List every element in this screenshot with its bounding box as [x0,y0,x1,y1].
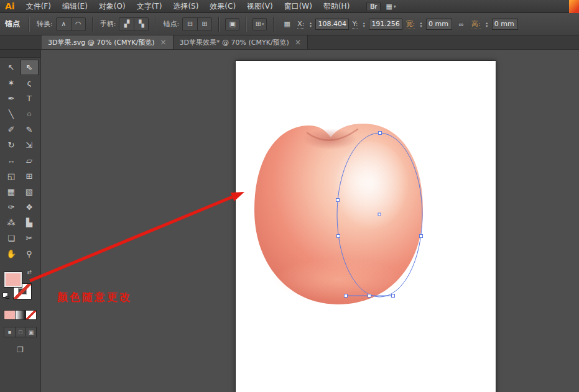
draw-inside-button[interactable]: ▣ [25,327,36,337]
pencil-tool[interactable]: ✎ [21,122,39,137]
remove-anchor-button[interactable]: ⊟ [183,18,197,30]
link-icon: ∞ [459,21,464,28]
anchor-point[interactable] [336,199,340,202]
separator [92,17,93,32]
bridge-button[interactable]: Br [366,2,381,11]
default-fill-stroke-icon[interactable] [2,293,8,298]
height-label: 高: [471,19,481,29]
artboard-tool[interactable]: ❏ [2,230,21,246]
pen-tool[interactable]: ✒ [2,91,21,106]
scale-tool[interactable]: ⇲ [21,137,39,153]
eyedropper-tool[interactable]: ✑ [2,199,21,215]
width-tool[interactable]: ↔ [2,153,21,168]
magic-wand-tool[interactable]: ✶ [2,75,21,91]
canvas[interactable] [41,50,579,392]
zoom-tool[interactable]: ⚲ [21,246,39,262]
convert-to-smooth-button[interactable]: ◠ [71,18,85,30]
adobe-app-icon[interactable] [569,0,579,13]
draw-behind-button[interactable]: □ [15,327,25,337]
column-graph-tool[interactable]: ▙ [21,215,39,230]
anchor-point[interactable] [379,132,382,135]
apple-artwork[interactable] [254,124,423,304]
tool-icon: T [27,94,32,103]
smooth-point-icon: ◠ [75,20,81,28]
menu-window[interactable]: 窗口(W) [279,0,318,12]
chevron-down-icon: ▾ [394,4,396,9]
fill-color-swatch[interactable] [4,271,22,288]
anchor-point[interactable] [368,294,371,298]
menu-file[interactable]: 文件(F) [21,0,57,12]
tool-panel-header[interactable] [0,50,40,58]
x-label: X: [297,20,304,29]
add-anchor-button[interactable]: ⊞ [197,18,211,30]
artboard[interactable] [236,61,496,392]
color-button[interactable] [4,311,15,319]
anchor-point[interactable] [337,235,340,238]
menu-help[interactable]: 帮助(H) [318,0,355,12]
swap-fill-stroke-icon[interactable]: ⇄ [27,269,32,275]
width-input[interactable] [426,19,452,30]
none-button[interactable] [25,311,36,319]
document-tab-2[interactable]: 3D苹果效果* @ 70% (CMYK/预览) × [174,35,308,49]
arrange-documents-button[interactable]: ▦ ▾ [386,2,396,11]
height-input[interactable] [492,19,518,30]
anchor-point[interactable] [345,294,348,298]
selection-tool[interactable]: ↖ [2,60,21,75]
menu-effect[interactable]: 效果(C) [204,0,241,12]
width-stepper[interactable]: ▴▾ [418,21,424,27]
align-options-button[interactable]: ⊞ ▾ [252,18,267,30]
hand-tool[interactable]: ✋ [2,246,21,262]
tab-close-icon[interactable]: × [295,38,301,47]
x-stepper[interactable]: ▴▾ [307,21,313,27]
y-input[interactable] [369,19,402,30]
convert-to-corner-button[interactable]: ∧ [57,18,71,30]
slice-tool[interactable]: ✂ [21,230,39,246]
lasso-tool[interactable]: ς [21,75,39,91]
direct-selection-tool[interactable]: ⇖ [21,60,39,75]
tool-icon: ↻ [8,140,15,150]
menu-select[interactable]: 选择(S) [167,0,204,12]
tool-icon: ✂ [26,234,33,243]
menu-view[interactable]: 视图(V) [241,0,279,12]
separator [155,17,155,32]
perspective-grid-tool[interactable]: ⊞ [21,168,39,184]
add-anchor-icon: ⊞ [202,20,208,28]
drawing-mode-row: ■ □ ▣ [4,327,37,337]
height-stepper[interactable]: ▴▾ [484,21,490,27]
menu-object[interactable]: 对象(O) [93,0,131,12]
shape-builder-tool[interactable]: ◱ [2,168,21,184]
draw-normal-button[interactable]: ■ [4,327,15,337]
symbol-sprayer-tool[interactable]: ⁂ [2,215,21,230]
blend-tool[interactable]: ❖ [21,199,39,215]
document-tab-1[interactable]: 3D苹果.svg @ 70% (CMYK/预览) × [42,35,174,49]
center-point-marker [378,213,381,216]
menu-edit[interactable]: 编辑(E) [57,0,93,12]
x-input[interactable] [315,19,349,30]
tool-icon: ○ [27,109,32,119]
ellipse-tool[interactable]: ○ [21,106,39,122]
tool-icon: ▱ [26,156,32,165]
constrain-proportions-button[interactable]: ∞ [454,18,468,30]
isolate-object-button[interactable]: ▣ [225,18,239,30]
show-handles-button[interactable]: ▞ [119,18,134,30]
screen-mode-button[interactable]: ❐ [14,344,27,355]
rotate-tool[interactable]: ↻ [2,137,21,153]
anchor-point[interactable] [392,294,395,298]
gradient-button[interactable] [15,311,25,319]
menu-type[interactable]: 文字(T) [131,0,168,12]
reference-point-locator[interactable]: ▦ [280,18,294,30]
none-slash-icon [26,311,36,319]
free-transform-tool[interactable]: ▱ [21,153,39,168]
line-segment-tool[interactable]: ╲ [2,106,21,122]
separator [218,17,219,32]
tab-close-icon[interactable]: × [160,38,167,47]
tool-icon: ╲ [9,109,14,119]
type-tool[interactable]: T [21,91,39,106]
paintbrush-tool[interactable]: ✐ [2,122,21,137]
y-stepper[interactable]: ▴▾ [361,21,367,27]
tool-icon: ✎ [26,125,33,134]
anchor-point[interactable] [420,235,423,238]
mesh-tool[interactable]: ▦ [2,184,21,199]
hide-handles-button[interactable]: ▚ [134,18,148,30]
gradient-tool[interactable]: ▧ [21,184,39,199]
